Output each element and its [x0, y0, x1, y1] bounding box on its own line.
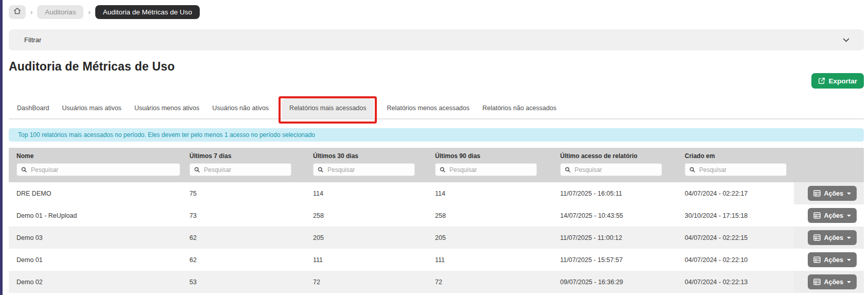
- table-cell-ultimos-30-dias: 114: [305, 190, 427, 197]
- acoes-button[interactable]: Ações: [808, 230, 857, 245]
- export-button[interactable]: Exportar: [811, 73, 864, 89]
- tab-usuarios-mais-ativos[interactable]: Usuários mais ativos: [62, 98, 121, 118]
- table-cell-ultimo-acesso-de-relatorio: 11/07/2025 - 15:57:57: [552, 256, 677, 264]
- acoes-button-label: Ações: [824, 234, 843, 241]
- table-cell-ultimos-7-dias: 73: [182, 212, 305, 219]
- search-icon: [194, 166, 200, 173]
- tab-dashboard[interactable]: DashBoard: [17, 98, 49, 118]
- table-cell-ultimo-acesso-de-relatorio: 09/07/2025 - 16:36:29: [552, 279, 677, 286]
- home-icon: [13, 7, 21, 17]
- table-cell-criado-em: 04/07/2024 - 02:22:13: [677, 279, 794, 286]
- search-cell-nome: [9, 161, 182, 182]
- table-cell-ultimos-30-dias: 72: [305, 279, 427, 286]
- table-cell-ultimo-acesso-de-relatorio: 11/07/2025 - 16:05:11: [552, 190, 677, 197]
- search-input-wrap: [560, 163, 662, 176]
- filter-label: Filtrar: [24, 36, 41, 44]
- search-input-wrap: [189, 163, 291, 176]
- search-cell-actions: [794, 167, 864, 176]
- caret-down-icon: [847, 193, 851, 195]
- table-cell-nome: Demo 02: [9, 279, 182, 286]
- table-cell-ultimos-30-dias: 205: [305, 234, 427, 241]
- table-row: Demo 036220520511/07/2025 - 11:00:1204/0…: [9, 227, 864, 249]
- search-input-wrap: [685, 163, 787, 176]
- table-cell-ultimo-acesso-de-relatorio: 11/07/2025 - 11:00:12: [552, 234, 677, 241]
- table-cell-criado-em: 04/07/2024 - 02:22:15: [677, 234, 794, 241]
- table-cell-ultimos-90-dias: 72: [427, 279, 552, 286]
- search-input-wrap: [435, 163, 537, 176]
- search-cell-ultimo-acesso-de-relatorio: [552, 161, 677, 182]
- table-icon: [813, 234, 821, 241]
- search-input-wrap: [16, 163, 180, 176]
- search-icon: [21, 166, 27, 173]
- breadcrumb-item-current: Auditoria de Métricas de Uso: [95, 5, 200, 19]
- page-title: Auditoria de Métricas de Uso: [9, 60, 864, 73]
- acoes-button-label: Ações: [824, 190, 843, 197]
- table-cell-nome: Demo 01 - ReUpload: [9, 212, 182, 219]
- table-icon: [813, 256, 821, 263]
- search-input-ultimo-acesso-de-relatorio[interactable]: [560, 163, 662, 176]
- search-input-criado-em[interactable]: [685, 163, 787, 176]
- chevron-down-icon[interactable]: [842, 36, 850, 44]
- search-cell-ultimos-30-dias: [305, 161, 427, 182]
- search-input-nome[interactable]: [16, 163, 180, 176]
- page-content: › Auditorias › Auditoria de Métricas de …: [9, 0, 864, 293]
- acoes-button[interactable]: Ações: [808, 252, 857, 267]
- acoes-button[interactable]: Ações: [808, 208, 857, 223]
- breadcrumb-item-auditorias[interactable]: Auditorias: [37, 5, 83, 19]
- table-header-row: NomeÚltimos 7 diasÚltimos 30 diasÚltimos…: [9, 148, 864, 161]
- column-header-ultimos-30-dias: Últimos 30 dias: [305, 148, 427, 161]
- tab-relatorios-mais-acessados[interactable]: Relatórios mais acessados: [282, 98, 374, 118]
- tab-label: Usuários mais ativos: [62, 105, 121, 112]
- table-cell-ultimos-7-dias: 53: [182, 279, 305, 286]
- caret-down-icon: [847, 237, 851, 239]
- table-row: Demo 01 - ReUpload7325825814/07/2025 - 1…: [9, 204, 864, 227]
- caret-down-icon: [847, 259, 851, 261]
- table-icon: [813, 212, 821, 219]
- tab-usuarios-menos-ativos[interactable]: Usuários menos ativos: [134, 98, 199, 118]
- table-search-row: [9, 161, 864, 182]
- column-header-criado-em: Criado em: [677, 148, 794, 161]
- table-cell-criado-em: 30/10/2024 - 17:15:18: [677, 212, 794, 219]
- search-icon: [564, 166, 571, 173]
- export-row: Exportar: [9, 73, 864, 89]
- info-banner: Top 100 relatórios mais acessados no per…: [9, 128, 864, 142]
- acoes-button[interactable]: Ações: [808, 186, 857, 201]
- tab-usuarios-nao-ativos[interactable]: Usuários não ativos: [212, 98, 269, 118]
- tab-relatorios-nao-acessados[interactable]: Relatórios não acessados: [482, 98, 557, 118]
- table-body: DRE DEMO7511411411/07/2025 - 16:05:1104/…: [9, 182, 864, 293]
- breadcrumb: › Auditorias › Auditoria de Métricas de …: [9, 0, 864, 19]
- table-cell-criado-em: 04/07/2024 - 02:22:17: [677, 190, 794, 197]
- acoes-button[interactable]: Ações: [808, 274, 857, 289]
- tab-label: Usuários não ativos: [212, 105, 269, 112]
- export-icon: [818, 77, 825, 84]
- filter-accordion-header[interactable]: Filtrar: [9, 29, 864, 50]
- column-header-ultimo-acesso-de-relatorio: Último acesso de relatório: [552, 148, 677, 161]
- table-cell-actions: Ações: [794, 249, 864, 271]
- table-head: NomeÚltimos 7 diasÚltimos 30 diasÚltimos…: [9, 148, 864, 182]
- search-input-ultimos-90-dias[interactable]: [435, 163, 537, 176]
- tab-relatorios-menos-acessados[interactable]: Relatórios menos acessados: [387, 98, 470, 118]
- table-cell-ultimos-90-dias: 205: [427, 234, 552, 241]
- column-header-ultimos-7-dias: Últimos 7 dias: [182, 148, 305, 161]
- reports-table: NomeÚltimos 7 diasÚltimos 30 diasÚltimos…: [9, 148, 864, 293]
- table-icon: [813, 190, 821, 197]
- left-accent-bar: [0, 0, 3, 295]
- caret-down-icon: [847, 281, 851, 283]
- export-button-label: Exportar: [828, 77, 857, 85]
- search-input-ultimos-7-dias[interactable]: [189, 163, 291, 176]
- table-cell-ultimos-7-dias: 62: [182, 234, 305, 241]
- breadcrumb-home-button[interactable]: [9, 5, 26, 19]
- table-cell-criado-em: 04/07/2024 - 02:22:10: [677, 256, 794, 264]
- search-cell-criado-em: [677, 161, 794, 182]
- search-input-ultimos-30-dias[interactable]: [313, 163, 415, 176]
- tab-bar: DashBoardUsuários mais ativosUsuários me…: [9, 98, 864, 119]
- table-cell-actions: Ações: [794, 271, 864, 293]
- column-header-ultimos-90-dias: Últimos 90 dias: [427, 148, 552, 161]
- table-cell-ultimos-30-dias: 258: [305, 212, 427, 219]
- search-cell-ultimos-90-dias: [427, 161, 552, 182]
- search-icon: [439, 166, 446, 173]
- tab-label: Relatórios não acessados: [482, 105, 557, 112]
- table-cell-nome: DRE DEMO: [9, 190, 182, 197]
- acoes-button-label: Ações: [824, 256, 843, 264]
- tab-label: Relatórios mais acessados: [289, 105, 366, 112]
